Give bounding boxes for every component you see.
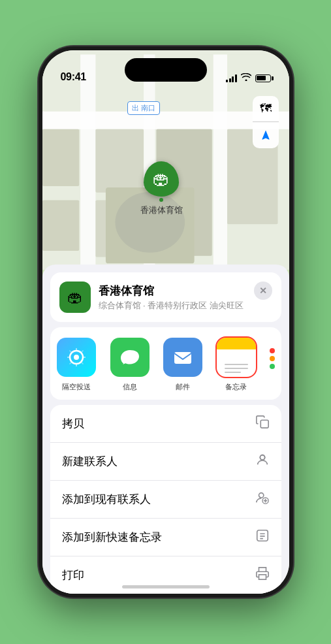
phone-screen: 09:41 — [42, 50, 289, 594]
notes-line-1 — [225, 364, 248, 365]
dot-red — [270, 348, 275, 353]
action-print-label: 打印 — [62, 568, 84, 583]
print-icon — [255, 566, 270, 584]
notes-icon — [217, 338, 256, 377]
share-mail[interactable]: 邮件 — [157, 338, 210, 392]
notes-line-2 — [225, 368, 248, 369]
svg-rect-25 — [257, 530, 268, 541]
action-add-existing[interactable]: 添加到现有联系人 — [50, 481, 281, 519]
share-notes[interactable]: 备忘录 — [210, 338, 263, 392]
svg-rect-5 — [95, 129, 144, 193]
message-label: 信息 — [123, 382, 137, 392]
action-copy[interactable]: 拷贝 — [50, 405, 281, 443]
svg-point-16 — [74, 355, 79, 360]
new-contact-icon — [255, 453, 270, 470]
home-indicator — [122, 585, 210, 588]
airdrop-label: 隔空投送 — [62, 382, 91, 392]
dynamic-island — [125, 58, 207, 82]
dot-orange — [270, 356, 275, 361]
svg-rect-29 — [259, 575, 266, 579]
action-quick-note[interactable]: 添加到新快速备忘录 — [50, 519, 281, 556]
copy-icon — [255, 415, 270, 432]
action-list: 拷贝 新建联系人 — [50, 405, 281, 594]
add-existing-icon — [255, 491, 270, 508]
marker-pin: 🏟 — [144, 161, 179, 197]
airdrop-icon — [57, 338, 96, 377]
svg-point-21 — [259, 493, 263, 498]
venue-logo-icon: 🏟 — [67, 288, 83, 306]
status-icons — [226, 73, 271, 83]
notes-selection-border — [217, 338, 256, 377]
venue-marker: 🏟 香港体育馆 — [140, 161, 183, 216]
marker-icon: 🏟 — [153, 169, 170, 189]
venue-card: 🏟 香港体育馆 综合体育馆 · 香港特别行政区 油尖旺区 ✕ — [50, 272, 281, 322]
dot-green — [270, 364, 275, 369]
location-button[interactable] — [253, 122, 279, 148]
phone-frame: 09:41 — [39, 46, 293, 598]
mail-icon — [163, 338, 202, 377]
notes-label: 备忘录 — [225, 382, 247, 392]
svg-point-20 — [260, 455, 264, 460]
svg-rect-10 — [42, 200, 79, 251]
quick-note-icon — [255, 528, 270, 546]
venue-logo: 🏟 — [59, 282, 91, 313]
mail-label: 邮件 — [176, 382, 190, 392]
bottom-sheet: 🏟 香港体育馆 综合体育馆 · 香港特别行政区 油尖旺区 ✕ — [42, 265, 289, 594]
action-new-contact[interactable]: 新建联系人 — [50, 443, 281, 481]
map-exit-label: 出 南口 — [127, 101, 160, 115]
battery-icon — [255, 74, 271, 82]
share-airdrop[interactable]: 隔空投送 — [50, 338, 104, 392]
more-dots[interactable] — [263, 342, 281, 369]
venue-subtitle: 综合体育馆 · 香港特别行政区 油尖旺区 — [99, 300, 272, 312]
share-actions-row: 隔空投送 信息 — [50, 327, 281, 400]
exit-name: 南口 — [141, 104, 155, 112]
share-message[interactable]: 信息 — [103, 338, 157, 392]
action-add-existing-label: 添加到现有联系人 — [62, 492, 151, 507]
svg-rect-18 — [260, 420, 268, 428]
status-time: 09:41 — [61, 71, 86, 83]
map-type-button[interactable]: 🗺 — [253, 96, 279, 122]
action-copy-label: 拷贝 — [62, 416, 84, 431]
marker-label: 香港体育馆 — [140, 204, 183, 216]
svg-rect-17 — [174, 352, 191, 364]
notes-line-3 — [225, 372, 241, 373]
signal-bars-icon — [226, 74, 237, 82]
close-button[interactable]: ✕ — [254, 282, 272, 300]
venue-name: 香港体育馆 — [99, 283, 272, 298]
venue-info: 香港体育馆 综合体育馆 · 香港特别行政区 油尖旺区 — [99, 283, 272, 312]
message-icon — [110, 338, 150, 377]
wifi-icon — [241, 73, 251, 83]
notes-lines — [225, 364, 248, 373]
exit-prefix: 出 — [132, 104, 141, 112]
action-quick-note-label: 添加到新快速备忘录 — [62, 530, 162, 545]
action-new-contact-label: 新建联系人 — [62, 454, 118, 469]
map-controls: 🗺 — [253, 96, 279, 148]
svg-rect-9 — [42, 129, 79, 186]
